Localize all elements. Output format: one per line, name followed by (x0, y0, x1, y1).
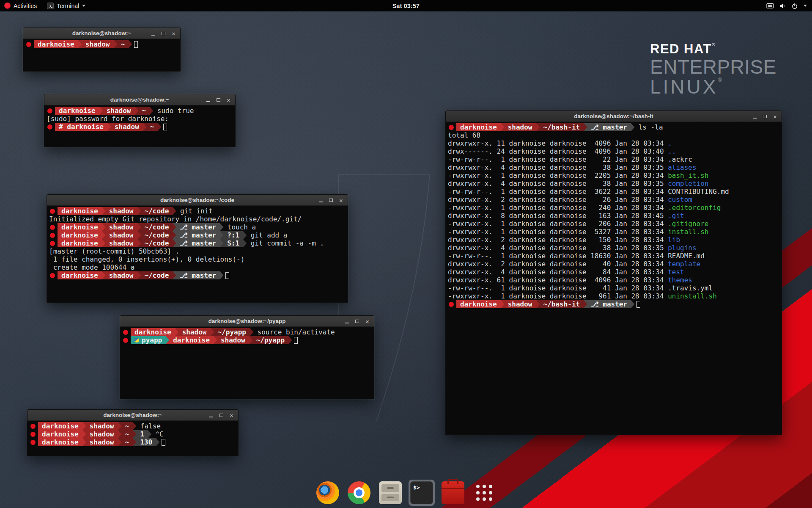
maximize-button[interactable] (762, 113, 768, 120)
terminal-text: bash_it.sh (668, 171, 708, 179)
dock-item-firefox[interactable] (315, 480, 341, 506)
minimize-button[interactable] (344, 318, 350, 325)
powerline-arrow-icon (150, 107, 153, 115)
terminal-text: . (668, 139, 672, 147)
window-titlebar[interactable]: darknoise@shadow:~/code × (47, 195, 348, 206)
terminal-window[interactable]: darknoise@shadow:~ × darknoiseshadow~ fa… (27, 409, 239, 456)
terminal-line: -rwxrwxr-x. 1 darknoise darknoise 240 Ja… (448, 204, 779, 212)
terminal-line: darknoiseshadow~ false (30, 422, 236, 430)
maximize-button[interactable] (215, 97, 222, 103)
redhat-prompt-icon (50, 241, 55, 246)
power-icon (791, 3, 798, 9)
terminal-text: README.md (668, 252, 705, 260)
dock-item-terminal[interactable]: $> (409, 480, 435, 506)
dock-item-show-applications[interactable] (471, 480, 497, 506)
dock-item-chrome[interactable] (346, 480, 372, 506)
activities-button[interactable]: Activities (4, 0, 37, 11)
desktop[interactable]: RED HAT® ENTERPRISE LINUX® darknoise@sha… (0, 0, 812, 508)
prompt-segment: darknoise (456, 123, 501, 131)
close-button[interactable]: × (338, 197, 344, 204)
minimize-button[interactable] (150, 30, 156, 37)
redhat-prompt-icon (50, 209, 55, 214)
terminal-content[interactable]: darknoiseshadow~/code git initInitialize… (47, 206, 348, 302)
terminal-text: git commit -a -m . (247, 239, 324, 247)
redhat-prompt-icon (449, 125, 454, 130)
window-titlebar[interactable]: darknoise@shadow:~ × (44, 94, 235, 105)
maximize-button[interactable] (328, 197, 334, 204)
dock-item-files[interactable] (377, 480, 403, 506)
maximize-button[interactable] (218, 412, 225, 419)
terminal-line: drwxrwxr-x. 61 darknoise darknoise 4096 … (448, 276, 779, 284)
brand-enterprise: ENTERPRISE (650, 57, 776, 77)
terminal-content[interactable]: darknoiseshadow~ falsedarknoiseshadow~1 … (27, 421, 238, 456)
dock-item-software-toolbox[interactable] (440, 480, 466, 506)
prompt-segment: ~ (121, 422, 133, 430)
terminal-text: -rw-rw-r--. 1 darknoise darknoise 18630 … (448, 252, 668, 260)
terminal-content[interactable]: darknoiseshadow~/pyapp source bin/activa… (120, 327, 374, 399)
system-status-area[interactable] (766, 3, 812, 9)
minimize-button[interactable] (752, 113, 758, 120)
terminal-text: git add a (247, 231, 287, 239)
terminal-text: drwxrwxr-x. 4 darknoise darknoise 38 Jan… (448, 244, 668, 252)
terminal-window[interactable]: darknoise@shadow:~ × darknoiseshadow~ su… (44, 94, 236, 147)
close-button[interactable]: × (225, 97, 232, 103)
terminal-line: [sudo] password for darknoise: (47, 115, 233, 123)
terminal-line: pyappdarknoiseshadow~/pyapp (122, 336, 372, 344)
minimize-button[interactable] (205, 97, 211, 103)
terminal-line: drwxrwxr-x. 4 darknoise darknoise 38 Jan… (448, 163, 779, 171)
minimize-button[interactable] (208, 412, 214, 419)
prompt-segment: ~ (121, 430, 133, 438)
terminal-text: -rwxrwxr-x. 1 darknoise darknoise 2205 J… (448, 171, 668, 179)
terminal-window[interactable]: darknoise@shadow:~/pyapp × darknoiseshad… (120, 315, 374, 399)
powerline-arrow-icon (137, 223, 141, 231)
close-button[interactable]: × (170, 30, 177, 37)
clock[interactable]: Sat 03:57 (392, 3, 420, 9)
window-titlebar[interactable]: darknoise@shadow:~ × (27, 410, 238, 421)
rhel-branding: RED HAT® ENTERPRISE LINUX® (650, 42, 776, 97)
terminal-window[interactable]: darknoise@shadow:~ × darknoiseshadow~ (23, 28, 181, 72)
window-titlebar[interactable]: darknoise@shadow:~ × (23, 28, 180, 39)
terminal-content[interactable]: darknoiseshadow~ sudo true[sudo] passwor… (44, 105, 235, 147)
window-title: darknoise@shadow:~ (103, 412, 162, 418)
prompt-segment: darknoise (169, 336, 214, 344)
firefox-icon (316, 481, 339, 504)
terminal-line: darknoiseshadow~ sudo true (47, 107, 233, 115)
prompt-segment: shadow (504, 300, 536, 308)
powerline-arrow-icon (536, 300, 540, 308)
terminal-text: completion (668, 179, 708, 188)
terminal-text: drwxrwxr-x. 4 darknoise darknoise 84 Jan… (448, 268, 668, 276)
redhat-prompt-icon (30, 432, 36, 437)
window-titlebar[interactable]: darknoise@shadow:~/pyapp × (120, 316, 374, 327)
window-titlebar[interactable]: darknoise@shadow:~/bash-it × (446, 111, 782, 122)
window-title: darknoise@shadow:~ (110, 97, 170, 103)
terminal-text: .editorconfig (668, 204, 721, 212)
terminal-window[interactable]: darknoise@shadow:~/code × darknoiseshado… (47, 194, 348, 303)
terminal-line: total 68 (448, 131, 779, 139)
close-button[interactable]: × (772, 113, 778, 120)
maximize-button[interactable] (354, 318, 360, 325)
close-button[interactable]: × (364, 318, 370, 325)
prompt-segment: ?:1 (223, 231, 243, 239)
powerline-arrow-icon (166, 336, 169, 344)
prompt-segment: S:1 (223, 239, 243, 247)
terminal-content[interactable]: darknoiseshadow~/bash-it⎇ master ls -lat… (446, 122, 782, 434)
powerline-arrow-icon (243, 239, 247, 247)
app-menu-terminal[interactable]: Terminal (47, 0, 85, 11)
terminal-window[interactable]: darknoise@shadow:~/bash-it × darknoisesh… (445, 110, 782, 435)
redhat-prompt-icon (26, 42, 31, 47)
terminal-text: drwxrwxr-x. 2 darknoise darknoise 26 Jan… (448, 196, 668, 204)
terminal-text: sudo true (153, 107, 194, 115)
maximize-button[interactable] (160, 30, 167, 37)
terminal-content[interactable]: darknoiseshadow~ (23, 39, 180, 71)
close-button[interactable]: × (228, 412, 235, 419)
powerline-arrow-icon (137, 239, 141, 247)
powerline-arrow-icon (143, 123, 146, 131)
powerline-arrow-icon (173, 239, 176, 247)
terminal-line: drwxrwxr-x. 4 darknoise darknoise 38 Jan… (448, 179, 779, 188)
powerline-arrow-icon (133, 430, 136, 438)
prompt-segment: # darknoise (55, 123, 107, 131)
app-menu-label: Terminal (57, 3, 79, 9)
powerline-arrow-icon (82, 430, 86, 438)
powerline-arrow-icon (156, 438, 159, 446)
minimize-button[interactable] (318, 197, 324, 204)
